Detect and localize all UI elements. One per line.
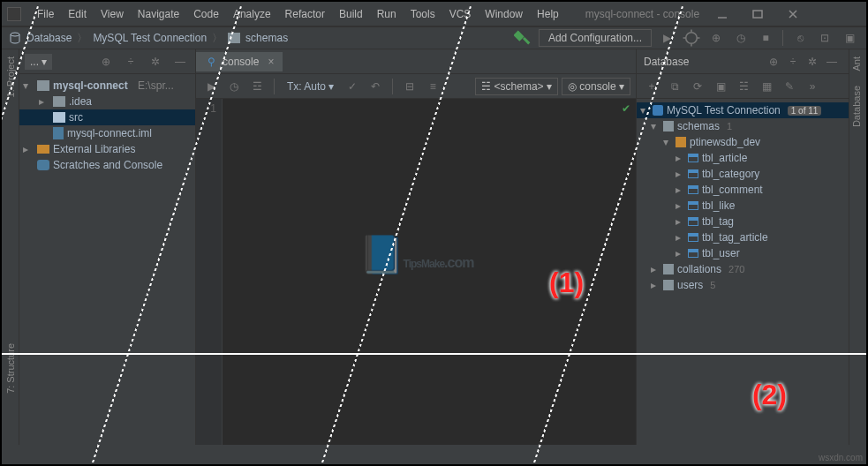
menu-view[interactable]: View	[95, 6, 129, 22]
table-node[interactable]: ▸tbl_comment	[637, 182, 849, 198]
menu-run[interactable]: Run	[372, 6, 402, 22]
run-config-selector[interactable]: Add Configuration...	[539, 29, 652, 47]
explain-plan-icon[interactable]: ☲	[247, 77, 267, 96]
collations-node[interactable]: ▸ collations270	[637, 261, 849, 277]
menu-file[interactable]: File	[32, 6, 59, 22]
database-tool-tab[interactable]: Database	[851, 79, 862, 134]
hide-panel-icon[interactable]: —	[822, 52, 842, 71]
table-icon	[688, 217, 698, 226]
menu-refactor[interactable]: Refactor	[280, 6, 330, 22]
table-node[interactable]: ▸tbl_tag	[637, 214, 849, 229]
filter-icon[interactable]: ☵	[734, 77, 753, 96]
svg-point-1	[11, 33, 19, 36]
annotation-1: (1)	[549, 267, 584, 299]
stop-icon[interactable]: ▣	[711, 77, 730, 96]
debug-button[interactable]	[682, 28, 701, 48]
separator	[782, 30, 783, 46]
window-minimize[interactable]	[705, 4, 740, 24]
table-node[interactable]: ▸tbl_article	[637, 150, 849, 166]
git-button[interactable]: ⎋	[790, 28, 810, 48]
search-everywhere-button[interactable]: ⊡	[815, 28, 834, 48]
menu-edit[interactable]: Edit	[63, 6, 92, 22]
profiler-button[interactable]: ◷	[731, 28, 751, 48]
crumb-leaf[interactable]: schemas	[245, 32, 288, 44]
refresh-icon[interactable]: ⟳	[688, 77, 707, 96]
view-options-icon[interactable]: ≡	[423, 77, 442, 96]
schema-node[interactable]: ▾ ptinewsdb_dev	[637, 134, 849, 150]
crumb-root[interactable]: Database	[26, 32, 72, 44]
menu-analyze[interactable]: Analyze	[228, 6, 276, 22]
app-logo	[7, 7, 21, 21]
hide-panel-icon[interactable]: —	[170, 52, 190, 71]
library-icon	[37, 145, 49, 154]
stop-button[interactable]: ■	[756, 28, 775, 48]
menu-vcs[interactable]: VCS	[444, 6, 477, 22]
folder-icon	[663, 280, 674, 290]
add-datasource-icon[interactable]: +	[642, 77, 661, 96]
commit-icon[interactable]: ✓	[343, 77, 362, 96]
folder-icon	[663, 264, 674, 274]
console-icon: ⚲	[205, 56, 217, 68]
watermark: 📘TipsMake.com	[359, 233, 474, 276]
close-tab-icon[interactable]: ×	[268, 56, 274, 68]
console-selector[interactable]: ◎ console ▾	[562, 78, 630, 95]
table-view-icon[interactable]: ▦	[757, 77, 776, 96]
menu-code[interactable]: Code	[188, 6, 224, 22]
scratches-consoles[interactable]: Scratches and Console	[19, 157, 195, 173]
window-maximize[interactable]	[740, 4, 775, 24]
menu-build[interactable]: Build	[334, 6, 368, 22]
coverage-button[interactable]: ⊕	[706, 28, 726, 48]
database-icon	[9, 32, 21, 44]
gear-icon[interactable]: ✲	[803, 52, 822, 71]
menu-window[interactable]: Window	[479, 6, 528, 22]
collapse-icon[interactable]: ⊕	[764, 52, 783, 71]
crumb-connection[interactable]: MySQL Test Connection	[93, 32, 207, 44]
table-node[interactable]: ▸tbl_category	[637, 166, 849, 182]
file-icon	[53, 127, 64, 139]
table-node[interactable]: ▸tbl_user	[637, 245, 849, 261]
project-iml-file[interactable]: mysql-connect.iml	[19, 125, 195, 141]
source-folder-icon	[53, 112, 65, 123]
attach-session-icon[interactable]: ⊟	[400, 77, 419, 96]
expand-icon[interactable]: ÷	[783, 52, 803, 71]
run-button[interactable]: ▶	[657, 28, 676, 48]
project-view-selector[interactable]: ... ▾	[25, 54, 52, 70]
folder-icon	[53, 96, 65, 107]
ant-tool-tab[interactable]: Ant	[851, 49, 862, 79]
locate-icon[interactable]: ⊕	[96, 52, 116, 71]
database-tree[interactable]: ▾ MySQL Test Connection1 of 11 ▾ schemas…	[637, 99, 849, 297]
inspection-ok-icon: ✔	[622, 102, 630, 115]
edit-icon[interactable]: ✎	[780, 77, 799, 96]
execute-icon[interactable]: ▶	[201, 77, 221, 96]
users-node[interactable]: ▸ users5	[637, 277, 849, 293]
menu-navigate[interactable]: Navigate	[132, 6, 185, 22]
project-idea-folder[interactable]: ▸ .idea	[19, 94, 195, 109]
build-icon[interactable]	[514, 28, 533, 48]
history-icon[interactable]: ◷	[224, 77, 244, 96]
more-icon[interactable]: »	[803, 77, 822, 96]
tx-mode-selector[interactable]: Tx: Auto ▾	[282, 80, 339, 93]
gear-icon[interactable]: ✲	[146, 52, 165, 71]
table-node[interactable]: ▸tbl_like	[637, 198, 849, 214]
datasource-node[interactable]: ▾ MySQL Test Connection1 of 11	[637, 102, 849, 118]
menu-help[interactable]: Help	[532, 6, 564, 22]
duplicate-icon[interactable]: ⧉	[665, 77, 684, 96]
menu-tools[interactable]: Tools	[405, 6, 441, 22]
editor-gutter: 1	[196, 99, 223, 445]
schemas-node[interactable]: ▾ schemas1	[637, 118, 849, 134]
rollback-icon[interactable]: ↶	[366, 77, 385, 96]
structure-tool-tab[interactable]: 7: Structure	[5, 336, 16, 401]
settings-button[interactable]: ▣	[840, 28, 859, 48]
table-node[interactable]: ▸tbl_tag_article	[637, 229, 849, 245]
project-src-folder[interactable]: src	[19, 109, 195, 125]
external-libraries[interactable]: ▸ External Libraries	[19, 141, 195, 157]
window-close[interactable]	[775, 4, 811, 24]
project-tool-tab[interactable]: 1: Project	[5, 49, 16, 104]
window-title: mysql-connect - console	[585, 8, 699, 20]
expand-all-icon[interactable]: ÷	[121, 52, 140, 71]
editor-tab-console[interactable]: ⚲ console ×	[196, 52, 283, 71]
project-root[interactable]: ▾ mysql-connect E:\spr...	[19, 78, 195, 94]
schema-selector[interactable]: ☵ <schema> ▾	[475, 78, 558, 95]
editor-body[interactable]: 1 ✔ 📘TipsMake.com (1)	[196, 99, 636, 445]
project-tree[interactable]: ▾ mysql-connect E:\spr... ▸ .idea src my…	[19, 74, 195, 177]
